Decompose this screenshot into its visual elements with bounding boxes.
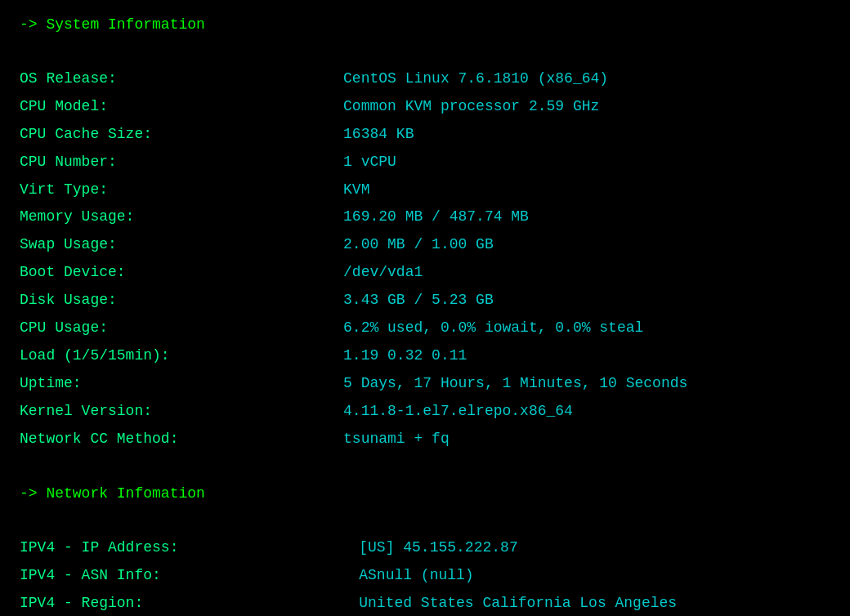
network-section-header: -> Network Infomation xyxy=(20,485,830,502)
row-value: Common KVM processor 2.59 GHz xyxy=(343,93,830,121)
row-value: 1.19 0.32 0.11 xyxy=(343,342,830,370)
row-label: IPV4 - Region: xyxy=(20,590,359,616)
table-row: Memory Usage: 169.20 MB / 487.74 MB xyxy=(20,203,830,231)
table-row: IPV4 - Region: United States California … xyxy=(20,590,830,616)
row-label: CPU Model: xyxy=(20,93,343,121)
row-value: 5 Days, 17 Hours, 1 Minutes, 10 Seconds xyxy=(343,370,830,398)
row-label: Kernel Version: xyxy=(20,398,343,426)
row-label: IPV4 - ASN Info: xyxy=(20,562,359,590)
system-section: -> System Information OS Release: CentOS… xyxy=(20,16,830,453)
row-value: 16384 KB xyxy=(343,121,830,149)
table-row: Load (1/5/15min): 1.19 0.32 0.11 xyxy=(20,342,830,370)
row-value: CentOS Linux 7.6.1810 (x86_64) xyxy=(343,65,830,93)
table-row: CPU Usage: 6.2% used, 0.0% iowait, 0.0% … xyxy=(20,315,830,342)
table-row: Boot Device: /dev/vda1 xyxy=(20,259,830,287)
system-section-header: -> System Information xyxy=(20,16,830,33)
table-row: IPV4 - ASN Info: ASnull (null) xyxy=(20,562,830,590)
row-value: 6.2% used, 0.0% iowait, 0.0% steal xyxy=(343,315,830,342)
row-label: Swap Usage: xyxy=(20,231,343,259)
table-row: CPU Number: 1 vCPU xyxy=(20,149,830,176)
row-label: CPU Cache Size: xyxy=(20,121,343,149)
row-label: Virt Type: xyxy=(20,176,343,204)
row-value: tsunami + fq xyxy=(343,426,830,453)
row-label: Load (1/5/15min): xyxy=(20,342,343,370)
network-info-table: IPV4 - IP Address: [US] 45.155.222.87 IP… xyxy=(20,534,830,616)
row-value: 169.20 MB / 487.74 MB xyxy=(343,203,830,231)
section-divider xyxy=(20,469,830,485)
table-row: Kernel Version: 4.11.8-1.el7.elrepo.x86_… xyxy=(20,398,830,426)
row-value: ASnull (null) xyxy=(359,562,830,590)
row-label: IPV4 - IP Address: xyxy=(20,534,359,562)
row-value: United States California Los Angeles xyxy=(359,590,830,616)
system-info-table: OS Release: CentOS Linux 7.6.1810 (x86_6… xyxy=(20,65,830,453)
row-label: Uptime: xyxy=(20,370,343,398)
row-value: /dev/vda1 xyxy=(343,259,830,287)
table-row: Virt Type: KVM xyxy=(20,176,830,204)
row-value: 2.00 MB / 1.00 GB xyxy=(343,231,830,259)
table-row: CPU Model: Common KVM processor 2.59 GHz xyxy=(20,93,830,121)
row-label: OS Release: xyxy=(20,65,343,93)
table-row: CPU Cache Size: 16384 KB xyxy=(20,121,830,149)
network-section: -> Network Infomation IPV4 - IP Address:… xyxy=(20,485,830,616)
row-label: CPU Number: xyxy=(20,149,343,176)
row-value: 3.43 GB / 5.23 GB xyxy=(343,287,830,315)
row-label: CPU Usage: xyxy=(20,315,343,342)
row-label: Boot Device: xyxy=(20,259,343,287)
table-row: Disk Usage: 3.43 GB / 5.23 GB xyxy=(20,287,830,315)
table-row: Uptime: 5 Days, 17 Hours, 1 Minutes, 10 … xyxy=(20,370,830,398)
row-value: [US] 45.155.222.87 xyxy=(359,534,830,562)
row-value: 4.11.8-1.el7.elrepo.x86_64 xyxy=(343,398,830,426)
row-label: Network CC Method: xyxy=(20,426,343,453)
table-row: Swap Usage: 2.00 MB / 1.00 GB xyxy=(20,231,830,259)
row-label: Disk Usage: xyxy=(20,287,343,315)
row-label: Memory Usage: xyxy=(20,203,343,231)
row-value: 1 vCPU xyxy=(343,149,830,176)
row-value: KVM xyxy=(343,176,830,204)
table-row: Network CC Method: tsunami + fq xyxy=(20,426,830,453)
table-row: OS Release: CentOS Linux 7.6.1810 (x86_6… xyxy=(20,65,830,93)
table-row: IPV4 - IP Address: [US] 45.155.222.87 xyxy=(20,534,830,562)
